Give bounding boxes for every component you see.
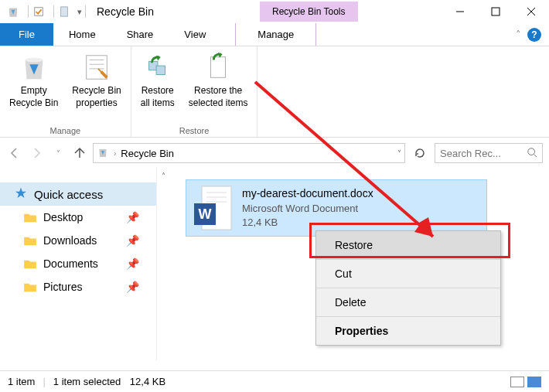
forward-button[interactable]	[28, 145, 45, 162]
folder-icon	[23, 235, 37, 246]
trash-icon	[19, 53, 49, 82]
status-size: 12,4 KB	[130, 376, 165, 387]
contextual-tools-tab[interactable]: Recycle Bin Tools	[260, 2, 358, 22]
restore-all-icon	[143, 53, 172, 82]
folder-icon	[23, 258, 37, 269]
pin-icon: 📌	[126, 234, 139, 247]
sidebar-item-desktop[interactable]: Desktop 📌	[0, 206, 156, 229]
details-view-icon[interactable]	[510, 377, 524, 387]
refresh-button[interactable]	[410, 147, 430, 159]
folder-icon	[23, 212, 37, 223]
window-title: Recycle Bin	[97, 5, 154, 18]
svg-rect-1	[61, 7, 68, 16]
file-item[interactable]: W my-dearest-document.docx Microsoft Wor…	[186, 179, 487, 237]
search-icon	[527, 147, 537, 160]
context-restore[interactable]: Restore	[316, 231, 500, 260]
pin-icon: 📌	[126, 257, 139, 270]
ribbon-label: Empty Recycle Bin	[9, 85, 58, 109]
recent-dropdown[interactable]: ˅	[49, 145, 66, 162]
collapse-ribbon-icon[interactable]: ˄	[516, 29, 521, 40]
svg-rect-3	[492, 8, 500, 15]
ribbon-label: Restore the selected items	[189, 85, 248, 109]
manage-tab[interactable]: Manage	[235, 23, 316, 46]
recycle-bin-properties-button[interactable]: Recycle Bin properties	[69, 51, 124, 126]
properties-icon	[82, 53, 111, 82]
pin-icon: 📌	[126, 211, 139, 223]
ribbon-label: Restore all items	[141, 85, 175, 109]
context-delete[interactable]: Delete	[316, 288, 500, 317]
share-tab[interactable]: Share	[111, 23, 169, 46]
sidebar-item-pictures[interactable]: Pictures 📌	[0, 275, 156, 298]
home-tab[interactable]: Home	[53, 23, 111, 46]
search-input[interactable]: Search Rec...	[435, 143, 543, 163]
qat-document-icon[interactable]	[57, 5, 71, 19]
navigation-tree[interactable]: Quick access Desktop 📌 Downloads 📌 Docum…	[0, 167, 156, 360]
svg-point-14	[528, 148, 535, 155]
sidebar-item-label: Downloads	[43, 234, 97, 247]
svg-point-6	[25, 58, 43, 63]
sidebar-item-label: Desktop	[43, 211, 83, 223]
sidebar-item-quick-access[interactable]: Quick access	[0, 182, 156, 206]
ribbon-label: Recycle Bin properties	[72, 85, 121, 109]
ribbon-group-label: Manage	[49, 126, 80, 135]
restore-all-button[interactable]: Restore all items	[138, 51, 178, 126]
restore-selected-button[interactable]: Restore the selected items	[186, 51, 251, 126]
svg-text:W: W	[199, 206, 212, 222]
context-cut[interactable]: Cut	[316, 260, 500, 288]
sidebar-item-label: Pictures	[43, 281, 83, 293]
status-item-count: 1 item	[8, 376, 35, 387]
recycle-bin-icon	[6, 5, 20, 19]
search-placeholder: Search Rec...	[440, 148, 501, 159]
empty-recycle-bin-button[interactable]: Empty Recycle Bin	[6, 51, 61, 126]
sidebar-item-documents[interactable]: Documents 📌	[0, 252, 156, 275]
minimize-button[interactable]	[442, 0, 478, 23]
qat-properties-icon[interactable]	[32, 5, 46, 19]
sidebar-item-label: Documents	[43, 257, 98, 270]
address-location: Recycle Bin	[121, 148, 174, 159]
file-size: 12,4 KB	[242, 216, 373, 230]
large-icons-view-icon[interactable]	[527, 377, 541, 387]
context-menu: Restore Cut Delete Properties	[315, 230, 501, 346]
context-properties[interactable]: Properties	[316, 317, 500, 345]
recycle-bin-icon	[97, 146, 109, 161]
close-button[interactable]	[513, 0, 549, 23]
status-selected: 1 item selected	[53, 376, 121, 387]
back-button[interactable]	[6, 145, 23, 162]
file-type: Microsoft Word Document	[242, 202, 373, 216]
file-tab[interactable]: File	[0, 23, 53, 46]
maximize-button[interactable]	[478, 0, 513, 23]
scroll-up-icon[interactable]: ˄	[162, 172, 165, 180]
file-name: my-dearest-document.docx	[242, 186, 373, 202]
address-bar[interactable]: › Recycle Bin ˅	[93, 143, 405, 163]
sidebar-item-downloads[interactable]: Downloads 📌	[0, 229, 156, 252]
up-button[interactable]	[71, 145, 88, 162]
help-icon[interactable]: ?	[527, 28, 541, 42]
svg-line-15	[534, 154, 537, 157]
star-icon	[14, 186, 28, 203]
folder-icon	[23, 281, 37, 292]
ribbon-group-label: Restore	[179, 126, 210, 135]
sidebar-item-label: Quick access	[34, 188, 103, 201]
restore-selected-icon	[203, 53, 233, 82]
view-tab[interactable]: View	[169, 23, 221, 46]
pin-icon: 📌	[126, 281, 139, 293]
svg-rect-12	[156, 66, 165, 74]
svg-rect-13	[211, 57, 226, 78]
svg-rect-0	[35, 8, 43, 16]
status-bar: 1 item | 1 item selected 12,4 KB	[0, 370, 549, 392]
word-document-icon: W	[194, 185, 233, 231]
